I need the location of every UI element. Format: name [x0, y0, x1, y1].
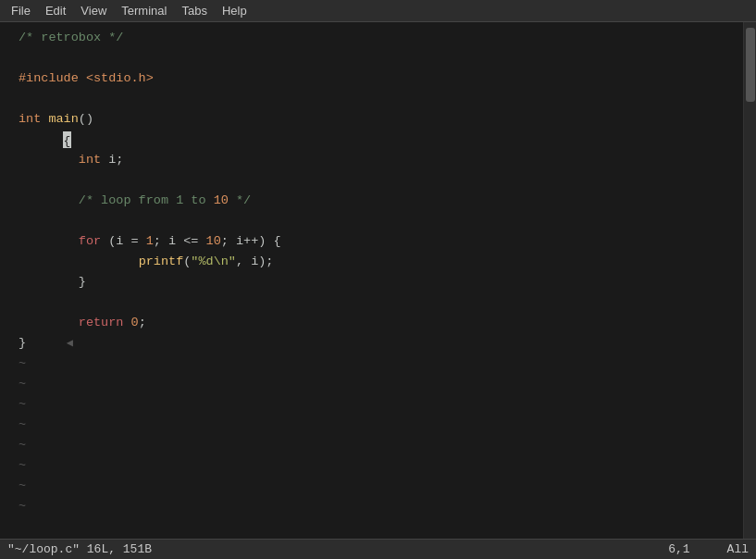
- statusbar: "~/loop.c" 16L, 151B 6,1 All: [0, 539, 756, 559]
- menu-edit[interactable]: Edit: [38, 0, 73, 21]
- scrollbar-thumb[interactable]: [746, 28, 755, 102]
- tilde-line-1: ~: [6, 354, 743, 374]
- num-0: 0: [131, 313, 139, 333]
- keyword-return: return: [79, 313, 124, 333]
- status-mode: All: [727, 542, 749, 556]
- keyword-int-2: int: [79, 150, 101, 170]
- code-text-15b: ;: [139, 313, 146, 333]
- code-text-1: /* retrobox */: [19, 28, 123, 48]
- menu-help[interactable]: Help: [215, 0, 254, 21]
- code-text-12b: , i);: [236, 252, 274, 272]
- menu-terminal[interactable]: Terminal: [114, 0, 174, 21]
- code-line-13: }: [6, 272, 743, 292]
- code-text-12a: (: [183, 252, 191, 272]
- code-text-11b: ; i <=: [154, 231, 206, 252]
- code-line-14: [6, 292, 743, 313]
- tilde-line-6: ~: [6, 455, 743, 476]
- indent-11: [19, 231, 79, 252]
- scrollbar[interactable]: [743, 22, 756, 539]
- code-text-16: }: [19, 333, 26, 354]
- code-line-16: ◀ }: [6, 333, 743, 354]
- status-right: 6,1 All: [668, 542, 749, 556]
- tilde-line-2: ~: [6, 374, 743, 394]
- code-line-4: [6, 89, 743, 109]
- menu-tabs[interactable]: Tabs: [174, 0, 214, 21]
- code-text-11c: ; i++) {: [221, 231, 281, 252]
- code-text-11a: (i =: [101, 231, 146, 252]
- string-format: "%d\n": [191, 252, 236, 272]
- line-marker-16: ◀: [6, 313, 19, 374]
- cursor: {: [63, 131, 71, 148]
- code-line-7: int i;: [6, 150, 743, 170]
- code-text-13: }: [79, 272, 86, 292]
- code-line-15: return 0 ;: [6, 313, 743, 333]
- code-text-9b: */: [229, 191, 251, 211]
- tilde-line-5: ~: [6, 435, 743, 455]
- indent-15: [19, 313, 79, 333]
- indent-12: [19, 252, 139, 272]
- status-file: "~/loop.c" 16L, 151B: [7, 542, 152, 556]
- tilde-line-3: ~: [6, 394, 743, 415]
- tilde-line-8: ~: [6, 496, 743, 516]
- menu-file[interactable]: File: [4, 0, 38, 21]
- func-main: main: [48, 109, 78, 130]
- code-line-11: for (i = 1 ; i <= 10 ; i++) {: [6, 231, 743, 252]
- code-line-8: [6, 170, 743, 191]
- menubar: File Edit View Terminal Tabs Help: [0, 0, 756, 22]
- code-line-12: printf ( "%d\n" , i);: [6, 252, 743, 272]
- keyword-int: int: [19, 109, 41, 130]
- code-text-5: [41, 109, 48, 130]
- indent-13: [19, 272, 79, 292]
- num-1: 1: [146, 231, 154, 252]
- num-10-2: 10: [206, 231, 221, 252]
- code-line-2: [6, 48, 743, 68]
- code-line-1: /* retrobox */: [6, 28, 743, 48]
- func-printf: printf: [139, 252, 184, 272]
- code-area[interactable]: /* retrobox */ #include <stdio.h> int ma…: [0, 22, 743, 539]
- code-line-9: /* loop from 1 to 10 */: [6, 191, 743, 211]
- code-line-3: #include <stdio.h>: [6, 68, 743, 89]
- tilde-line-7: ~: [6, 476, 743, 496]
- menu-view[interactable]: View: [73, 0, 114, 21]
- indent-7: [19, 150, 79, 170]
- code-line-6: {: [6, 130, 743, 150]
- code-line-5: int main (): [6, 109, 743, 130]
- indent-9: [19, 191, 79, 211]
- code-text-15a: [123, 313, 130, 333]
- code-paren-5: (): [79, 109, 93, 130]
- code-text-3: #include <stdio.h>: [19, 68, 154, 89]
- code-text-9: /* loop from 1 to: [79, 191, 214, 211]
- num-10: 10: [214, 191, 229, 211]
- code-line-10: [6, 211, 743, 231]
- tilde-line-4: ~: [6, 415, 743, 435]
- keyword-for: for: [79, 231, 101, 252]
- status-position: 6,1: [668, 542, 689, 556]
- editor[interactable]: /* retrobox */ #include <stdio.h> int ma…: [0, 22, 756, 539]
- code-text-7: i;: [101, 150, 123, 170]
- line-marker-6: {: [6, 109, 19, 170]
